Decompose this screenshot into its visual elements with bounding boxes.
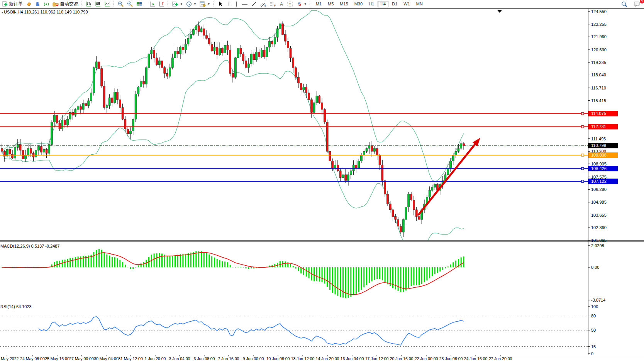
trade-group: 新订单 自动交易 xyxy=(0,0,80,8)
price-tick-label: 121.960 xyxy=(591,34,607,39)
price-level-label: 108.426 xyxy=(591,166,607,171)
zoom-group xyxy=(116,0,144,8)
time-tick-label: 1 Jun 20:00 xyxy=(145,356,166,361)
templates-button[interactable]: ▼ xyxy=(198,0,212,8)
crosshair-button[interactable] xyxy=(225,0,233,8)
equidistant-channel-icon: E xyxy=(260,1,266,7)
dropdown-arrow-icon: ▼ xyxy=(193,2,197,6)
toolbar-separator xyxy=(113,1,115,7)
text-label-button[interactable]: T xyxy=(286,0,295,8)
candlestick-icon xyxy=(95,1,101,7)
rsi-tick-label: 50 xyxy=(591,328,596,332)
crosshair-icon xyxy=(226,1,232,7)
bar-chart-button[interactable] xyxy=(84,0,93,8)
price-tick-label: 120.630 xyxy=(591,47,607,52)
indicators-button[interactable]: ▼ xyxy=(171,0,185,8)
text-label-icon: T xyxy=(287,1,293,7)
new-order-label: 新订单 xyxy=(9,1,23,7)
toolbar-separator xyxy=(310,1,312,7)
chat-bubble-icon xyxy=(634,1,640,7)
price-tick-label: 104.985 xyxy=(591,200,607,204)
tile-windows-button[interactable] xyxy=(135,0,144,8)
price-tick-label: 118.040 xyxy=(591,73,606,77)
zoom-out-icon xyxy=(127,1,133,7)
timeframe-bar: M1M5M15M30H1H4D1W1MN xyxy=(312,0,426,8)
dropdown-arrow-icon: ▼ xyxy=(207,2,210,6)
price-level-label: 110.799 xyxy=(591,143,606,148)
svg-text:E: E xyxy=(264,4,266,7)
chart-type-group xyxy=(84,0,112,8)
time-tick-label: 24 May 08:00 xyxy=(20,356,45,361)
fibonacci-icon: F xyxy=(269,1,276,7)
macd-tick-label: 0.00 xyxy=(591,265,599,270)
signals-button[interactable] xyxy=(42,0,51,8)
cursor-icon xyxy=(218,1,223,7)
auto-trading-button[interactable]: 自动交易 xyxy=(51,0,80,8)
time-tick-label: 17 Jun 12:00 xyxy=(365,356,389,361)
eraser-icon xyxy=(26,1,32,7)
equidistant-channel-button[interactable]: E xyxy=(258,0,268,8)
time-tick-label: 25 May 16:00 xyxy=(45,356,69,361)
timeframe-mn-button[interactable]: MN xyxy=(414,1,425,7)
time-tick-label: 9 Jun 00:00 xyxy=(243,356,264,361)
line-chart-button[interactable] xyxy=(103,0,112,8)
rsi-tick-label: 80 xyxy=(591,314,596,318)
timeframe-m1-button[interactable]: M1 xyxy=(313,1,324,7)
time-tick-label: 3 Jun 04:00 xyxy=(169,356,190,361)
vertical-line-button[interactable] xyxy=(233,0,240,8)
trendline-button[interactable] xyxy=(249,0,258,8)
horizontal-line-button[interactable] xyxy=(240,0,249,8)
arrows-button[interactable]: ▼ xyxy=(295,0,308,8)
time-tick-label: 31 May 12:00 xyxy=(118,356,143,361)
timeframe-m15-button[interactable]: M15 xyxy=(337,1,351,7)
rsi-tick-label: 100 xyxy=(591,304,598,309)
rsi-tick-label: 0 xyxy=(591,351,593,356)
dropdown-arrow-icon: ▼ xyxy=(180,2,183,6)
notifications-button[interactable]: 1 xyxy=(632,0,642,8)
main-toolbar: 新订单 自动交易 xyxy=(0,0,644,8)
timeframe-m30-button[interactable]: M30 xyxy=(352,1,365,7)
fibonacci-button[interactable]: F xyxy=(268,0,278,8)
insert-group: ▼ ▼ ▼ xyxy=(170,0,212,8)
dropdown-arrow-icon: ▼ xyxy=(304,2,307,6)
price-tick-label: 107.575 xyxy=(591,175,607,179)
line-chart-icon xyxy=(104,1,110,7)
timeframe-w1-button[interactable]: W1 xyxy=(401,1,413,7)
macd-tick-label: -3.0714 xyxy=(591,298,605,302)
chart-shift-icon xyxy=(159,1,165,7)
price-chart[interactable]: 124.550123.255121.960120.630119.335118.0… xyxy=(0,8,644,361)
price-tick-label: 101.065 xyxy=(591,238,607,243)
text-button[interactable]: A xyxy=(278,0,286,8)
eraser-button[interactable] xyxy=(24,0,33,8)
periods-button[interactable]: ▼ xyxy=(185,0,198,8)
timeframe-h4-button[interactable]: H4 xyxy=(378,1,388,7)
expert-advisors-button[interactable] xyxy=(33,0,42,8)
candlestick-chart-button[interactable] xyxy=(93,0,103,8)
price-tick-label: 103.655 xyxy=(591,213,607,218)
macd-tick-label: 2.0298 xyxy=(591,243,604,248)
zoom-out-button[interactable] xyxy=(125,0,135,8)
timeframe-h1-button[interactable]: H1 xyxy=(366,1,377,7)
price-tick-label: 123.255 xyxy=(591,22,607,27)
rsi-tick-label: 15 xyxy=(591,344,596,349)
price-tick-label: 115.415 xyxy=(591,98,606,103)
toolbar-separator xyxy=(213,1,215,7)
time-tick-label: 20 Jun 16:00 xyxy=(390,356,414,361)
chart-background xyxy=(0,8,644,361)
timeframe-m5-button[interactable]: M5 xyxy=(325,1,336,7)
time-tick-label: 13 Jun 12:00 xyxy=(291,356,315,361)
price-level-label: 114.075 xyxy=(591,111,606,116)
timeframe-d1-button[interactable]: D1 xyxy=(389,1,400,7)
zoom-in-button[interactable] xyxy=(116,0,125,8)
cursor-button[interactable] xyxy=(216,0,225,8)
templates-icon xyxy=(200,1,206,7)
auto-scroll-button[interactable] xyxy=(148,0,157,8)
price-level-label: 107.122 xyxy=(591,179,607,184)
time-tick-label: 16 Jun 04:00 xyxy=(341,356,364,361)
svg-text:A: A xyxy=(280,2,283,7)
price-tick-label: 116.710 xyxy=(591,86,606,90)
expert-advisor-icon xyxy=(35,1,41,7)
chart-shift-button[interactable] xyxy=(157,0,166,8)
new-order-button[interactable]: 新订单 xyxy=(0,0,24,8)
search-button[interactable] xyxy=(620,0,629,8)
